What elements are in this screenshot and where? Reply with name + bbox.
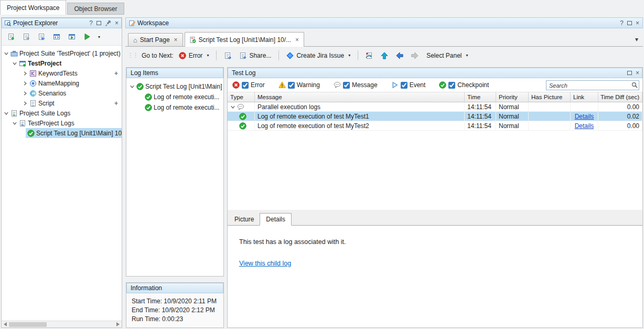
forward-button[interactable] (409, 50, 421, 61)
column-header-message[interactable]: Message (255, 92, 465, 102)
code-editor-button[interactable] (51, 31, 62, 43)
float-panel-icon[interactable] (627, 21, 632, 25)
close-icon[interactable]: × (115, 20, 119, 26)
go-to-next-error-button[interactable]: Error ▾ (176, 50, 212, 61)
tab-list-dropdown-icon[interactable]: ▾ (635, 36, 638, 43)
help-icon[interactable]: ? (89, 20, 93, 26)
column-header-time[interactable]: Time (465, 92, 496, 102)
information-panel: Information Start Time: 10/9/2020 2:11 P… (126, 282, 224, 328)
close-icon[interactable]: × (636, 20, 639, 26)
up-one-level-button[interactable] (378, 50, 391, 61)
add-new-item-button[interactable] (5, 31, 17, 43)
share-button[interactable]: Share... (237, 50, 274, 61)
column-header-type[interactable]: Type (228, 92, 255, 102)
info-value: 10/9/2020 2:11 PM (164, 298, 217, 305)
chevron-collapsed-icon[interactable] (23, 71, 28, 76)
scroll-left-arrow[interactable] (4, 322, 7, 326)
import-item-button[interactable] (36, 31, 47, 43)
select-panel-button[interactable]: Select Panel ▾ (424, 50, 470, 61)
close-tab-icon[interactable]: × (174, 36, 178, 44)
log-item-label: Log of remote executi... (154, 104, 219, 111)
view-child-log-link[interactable]: View this child log (239, 260, 291, 267)
tab-label: Object Browser (74, 5, 117, 13)
tab-script-test-log[interactable]: Script Test Log [Unit1\Main] 10/... × (185, 32, 305, 47)
scrollbar-thumb[interactable] (9, 322, 47, 327)
float-panel-icon[interactable] (627, 71, 632, 75)
create-jira-issue-button[interactable]: Create Jira Issue ▾ (284, 50, 353, 61)
info-label: Run Time: (132, 315, 160, 323)
log-item-child[interactable]: Log of remote executi... (126, 102, 223, 113)
float-panel-icon[interactable] (96, 21, 101, 25)
toolbar-separator (358, 50, 358, 60)
event-checkbox[interactable] (401, 82, 407, 89)
back-button[interactable] (393, 50, 406, 61)
project-explorer-icon (5, 20, 11, 26)
information-body: Start Time: 10/9/2020 2:11 PM End Time: … (126, 293, 223, 327)
log-item-child[interactable]: Log of remote executi... (126, 92, 223, 102)
scroll-right-arrow[interactable] (116, 322, 120, 326)
error-checkbox[interactable] (242, 82, 249, 89)
tab-object-browser[interactable]: Object Browser (67, 3, 124, 15)
message-checkbox[interactable] (343, 82, 350, 89)
column-header-priority[interactable]: Priority (496, 92, 529, 102)
chevron-expanded-icon[interactable] (12, 121, 17, 126)
chevron-expanded-icon[interactable] (4, 51, 9, 56)
warning-checkbox[interactable] (288, 82, 295, 89)
tree-item-script[interactable]: Script + (2, 98, 122, 108)
close-icon[interactable]: × (636, 70, 639, 76)
name-mapping-icon (29, 80, 37, 87)
tab-picture[interactable]: Picture (229, 214, 260, 225)
project-explorer-toolbar: ▾ (2, 28, 122, 46)
tree-item-testproject[interactable]: TestProject (2, 58, 122, 68)
search-input[interactable] (546, 80, 639, 90)
jump-to-test-button[interactable] (363, 50, 375, 61)
chevron-collapsed-icon[interactable] (23, 101, 28, 106)
search-box (546, 80, 639, 90)
log-row-parallel-execution[interactable]: Parallel execution logs 14:11:54 Normal … (228, 102, 642, 112)
column-header-link[interactable]: Link (571, 92, 598, 102)
tree-item-testproject-logs[interactable]: TestProject Logs (2, 118, 122, 128)
run-project-suite-button[interactable] (66, 31, 78, 43)
pin-icon[interactable] (105, 20, 111, 26)
column-header-time-diff[interactable]: Time Diff (sec) (598, 92, 642, 102)
column-header-has-picture[interactable]: Has Picture (529, 92, 571, 102)
chevron-expanded-icon[interactable] (130, 84, 135, 89)
horizontal-scrollbar[interactable] (2, 321, 122, 327)
checkpoint-icon (439, 81, 446, 89)
tree-item-namemapping[interactable]: NameMapping (2, 78, 122, 88)
row-expander-icon[interactable] (230, 104, 235, 110)
tree-item-keywordtests[interactable]: KeywordTests + (2, 68, 122, 78)
tree-item-project-suite[interactable]: Project Suite 'TestProject' (1 project) (2, 48, 122, 58)
tree-item-project-suite-logs[interactable]: Project Suite Logs (2, 108, 122, 118)
tree-item-script-test-log[interactable]: Script Test Log [Unit1\Main] 10/9 (2, 128, 122, 138)
help-icon[interactable]: ? (620, 20, 624, 26)
add-existing-item-button[interactable] (20, 31, 32, 43)
tree-item-scenarios[interactable]: Scenarios (2, 88, 122, 98)
tab-project-workspace[interactable]: Project Workspace (0, 0, 66, 15)
checkpoint-checkbox[interactable] (448, 82, 455, 89)
panel-title: Test Log (232, 69, 255, 77)
tab-details[interactable]: Details (260, 213, 292, 226)
tab-start-page[interactable]: ⌂ Start Page × (128, 33, 183, 46)
details-link[interactable]: Details (575, 122, 594, 130)
run-options-caret-icon[interactable]: ▾ (98, 35, 100, 39)
chevron-collapsed-icon[interactable] (23, 91, 28, 96)
details-link[interactable]: Details (575, 113, 594, 120)
filter-label: Checkpoint (457, 81, 489, 89)
log-toolbar: ⋮⋮ Go to Next: Error ▾ Share... Create J… (125, 47, 643, 63)
export-log-button[interactable] (221, 50, 234, 61)
chevron-collapsed-icon[interactable] (23, 81, 28, 86)
close-tab-icon[interactable]: × (295, 36, 299, 44)
suite-logs-icon (10, 110, 18, 117)
add-script-button[interactable]: + (114, 100, 118, 107)
log-items-tree: Script Test Log [Unit1\Main] Log of remo… (126, 78, 223, 113)
run-project-button[interactable] (81, 31, 93, 43)
toolbar-grip[interactable]: ⋮⋮ (127, 52, 138, 59)
chevron-expanded-icon[interactable] (4, 111, 9, 116)
chevron-expanded-icon[interactable] (12, 61, 17, 66)
log-row-mytest1[interactable]: Log of remote execution of test MyTest1 … (228, 112, 642, 121)
add-keyword-test-button[interactable]: + (114, 70, 118, 77)
log-items-root[interactable]: Script Test Log [Unit1\Main] (126, 81, 223, 92)
filter-error: Error (232, 81, 265, 89)
log-row-mytest2[interactable]: Log of remote execution of test MyTest2 … (228, 121, 642, 131)
